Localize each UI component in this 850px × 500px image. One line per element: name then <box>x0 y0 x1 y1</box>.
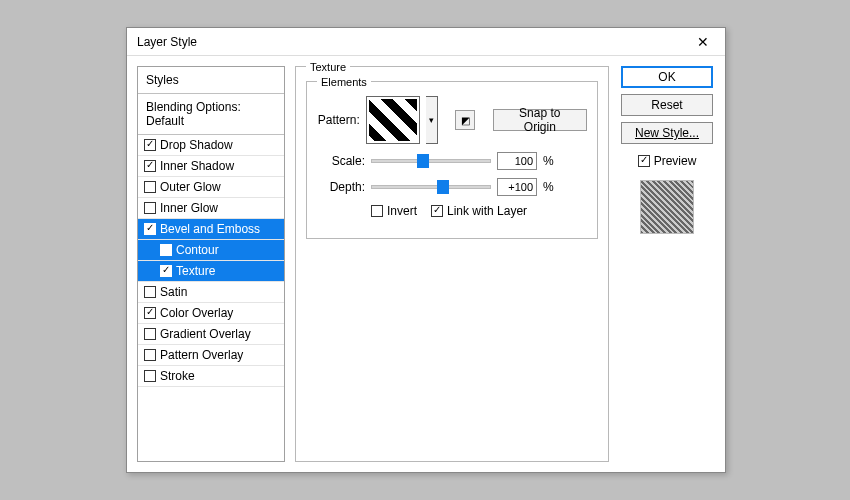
dialog-body: Styles Blending Options: Default Drop Sh… <box>127 56 725 472</box>
reset-button[interactable]: Reset <box>621 94 713 116</box>
style-item-drop-shadow[interactable]: Drop Shadow <box>138 135 284 156</box>
invert-checkbox[interactable]: Invert <box>371 204 417 218</box>
ok-button[interactable]: OK <box>621 66 713 88</box>
style-item-outer-glow[interactable]: Outer Glow <box>138 177 284 198</box>
styles-header[interactable]: Styles <box>138 67 284 94</box>
depth-label: Depth: <box>317 180 365 194</box>
depth-row: Depth: % <box>317 178 587 196</box>
scale-input[interactable] <box>497 152 537 170</box>
style-item-label: Satin <box>160 285 187 299</box>
scale-thumb[interactable] <box>417 154 429 168</box>
style-item-label: Outer Glow <box>160 180 221 194</box>
checkbox-row: Invert Link with Layer <box>317 204 587 218</box>
style-checkbox[interactable] <box>144 160 156 172</box>
style-checkbox[interactable] <box>144 139 156 151</box>
style-item-inner-glow[interactable]: Inner Glow <box>138 198 284 219</box>
new-pattern-icon: ◩ <box>461 115 470 126</box>
pattern-row: Pattern: ▾ ◩ Snap to Origin <box>317 96 587 144</box>
pattern-swatch[interactable] <box>366 96 420 144</box>
style-item-bevel-and-emboss[interactable]: Bevel and Emboss <box>138 219 284 240</box>
style-checkbox[interactable] <box>160 265 172 277</box>
style-item-label: Inner Glow <box>160 201 218 215</box>
depth-thumb[interactable] <box>437 180 449 194</box>
link-with-layer-checkbox[interactable]: Link with Layer <box>431 204 527 218</box>
style-checkbox[interactable] <box>144 181 156 193</box>
depth-input[interactable] <box>497 178 537 196</box>
blending-options[interactable]: Blending Options: Default <box>138 94 284 135</box>
dialog-title: Layer Style <box>137 35 687 49</box>
style-checkbox[interactable] <box>160 244 172 256</box>
style-item-label: Color Overlay <box>160 306 233 320</box>
style-checkbox[interactable] <box>144 307 156 319</box>
invert-label: Invert <box>387 204 417 218</box>
preview-swatch <box>640 180 694 234</box>
style-item-label: Gradient Overlay <box>160 327 251 341</box>
scale-row: Scale: % <box>317 152 587 170</box>
style-item-label: Bevel and Emboss <box>160 222 260 236</box>
center-panel: Texture Elements Pattern: ▾ ◩ Snap to Or… <box>295 66 609 462</box>
style-checkbox[interactable] <box>144 370 156 382</box>
snap-to-origin-button[interactable]: Snap to Origin <box>493 109 587 131</box>
style-item-satin[interactable]: Satin <box>138 282 284 303</box>
depth-percent: % <box>543 180 554 194</box>
style-checkbox[interactable] <box>144 328 156 340</box>
styles-panel: Styles Blending Options: Default Drop Sh… <box>137 66 285 462</box>
scale-percent: % <box>543 154 554 168</box>
pattern-label: Pattern: <box>317 113 360 127</box>
pattern-dropdown[interactable]: ▾ <box>426 96 439 144</box>
style-item-texture[interactable]: Texture <box>138 261 284 282</box>
style-item-label: Texture <box>176 264 215 278</box>
scale-label: Scale: <box>317 154 365 168</box>
scale-slider[interactable] <box>371 159 491 163</box>
style-checkbox[interactable] <box>144 202 156 214</box>
right-panel: OK Reset New Style... Preview <box>619 66 715 462</box>
style-item-contour[interactable]: Contour <box>138 240 284 261</box>
style-item-label: Stroke <box>160 369 195 383</box>
style-item-label: Drop Shadow <box>160 138 233 152</box>
titlebar: Layer Style ✕ <box>127 28 725 56</box>
texture-group-label: Texture <box>306 61 350 73</box>
style-item-label: Contour <box>176 243 219 257</box>
new-style-button[interactable]: New Style... <box>621 122 713 144</box>
style-item-pattern-overlay[interactable]: Pattern Overlay <box>138 345 284 366</box>
styles-list: Drop ShadowInner ShadowOuter GlowInner G… <box>138 135 284 387</box>
create-pattern-button[interactable]: ◩ <box>455 110 475 130</box>
style-checkbox[interactable] <box>144 349 156 361</box>
style-item-color-overlay[interactable]: Color Overlay <box>138 303 284 324</box>
style-item-inner-shadow[interactable]: Inner Shadow <box>138 156 284 177</box>
close-button[interactable]: ✕ <box>687 31 719 53</box>
texture-group: Texture Elements Pattern: ▾ ◩ Snap to Or… <box>295 66 609 462</box>
style-checkbox[interactable] <box>144 223 156 235</box>
preview-checkbox[interactable]: Preview <box>638 154 697 168</box>
style-checkbox[interactable] <box>144 286 156 298</box>
style-item-stroke[interactable]: Stroke <box>138 366 284 387</box>
depth-slider[interactable] <box>371 185 491 189</box>
elements-group-label: Elements <box>317 76 371 88</box>
elements-group: Elements Pattern: ▾ ◩ Snap to Origin S <box>306 81 598 239</box>
preview-label: Preview <box>654 154 697 168</box>
link-label: Link with Layer <box>447 204 527 218</box>
layer-style-dialog: Layer Style ✕ Styles Blending Options: D… <box>126 27 726 473</box>
style-item-label: Pattern Overlay <box>160 348 243 362</box>
style-item-label: Inner Shadow <box>160 159 234 173</box>
style-item-gradient-overlay[interactable]: Gradient Overlay <box>138 324 284 345</box>
close-icon: ✕ <box>697 34 709 50</box>
